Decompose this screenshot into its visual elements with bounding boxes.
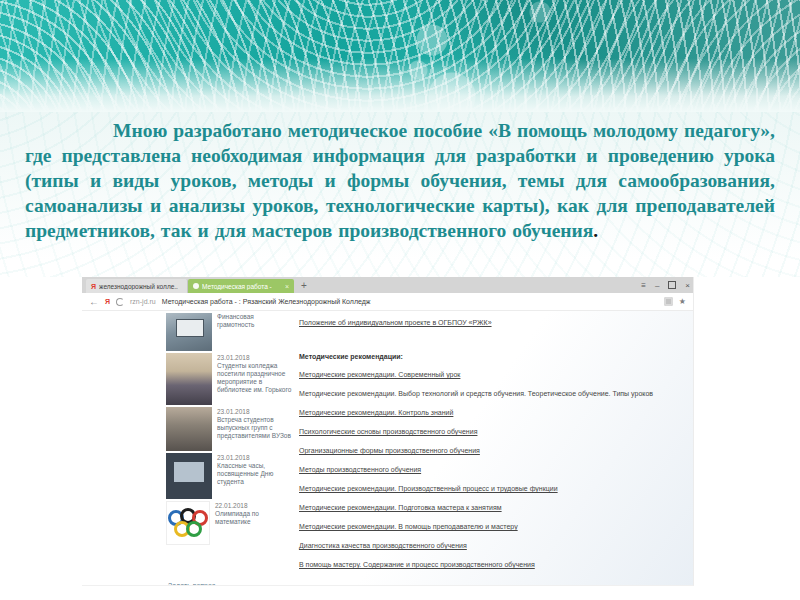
news-thumbnail-audience (166, 353, 212, 405)
methodical-links-column: Положение об индивидуальном проекте в ОГ… (292, 311, 693, 585)
news-thumbnail-screen (166, 453, 212, 499)
url-page-title: Методическая работа - : Рязанский Железн… (162, 298, 371, 305)
link-individual-project[interactable]: Положение об индивидуальном проекте в ОГ… (299, 319, 683, 327)
refresh-icon[interactable] (116, 298, 124, 306)
slide-paragraph-period: . (593, 220, 598, 241)
browser-address-bar[interactable]: ← Я rzn-jd.ru Методическая работа - : Ря… (82, 293, 693, 311)
news-item-olympiad[interactable]: 22.01.2018 Олимпиада по математике (166, 501, 292, 526)
news-item-class-hours[interactable]: 23.01.2018 Классные часы, посвященные Дн… (166, 453, 292, 486)
collections-icon[interactable] (664, 297, 673, 306)
minimize-button[interactable]: – (655, 281, 659, 290)
olympic-rings-thumbnail (166, 501, 210, 545)
slide-text-zone: Мною разработано методическое пособие «В… (0, 112, 800, 277)
link-master-preparation[interactable]: Методические рекомендации. Подготовка ма… (299, 504, 683, 512)
browser-tab-strip: Я железнодорожный колле.. Методическая р… (82, 277, 693, 293)
link-help-master-content[interactable]: В помощь мастеру. Содержание и процесс п… (299, 561, 683, 569)
link-modern-lesson[interactable]: Методические рекомендации. Современный у… (299, 371, 683, 379)
news-item-vuz-meeting[interactable]: 23.01.2018 Встреча студентов выпускных г… (166, 407, 292, 440)
window-controls: ≡ – × (641, 277, 693, 293)
link-knowledge-control[interactable]: Методические рекомендации. Контроль знан… (299, 409, 683, 417)
yandex-icon[interactable]: Я (105, 298, 110, 305)
decorative-wave-banner (0, 0, 800, 112)
address-bar-actions: ★ (664, 297, 686, 306)
link-org-forms[interactable]: Организационные формы производственного … (299, 447, 683, 455)
news-sidebar: Финансовая грамотность 23.01.2018 Студен… (166, 311, 292, 585)
link-psych-basics[interactable]: Психологические основы производственного… (299, 428, 683, 436)
webpage-content: Финансовая грамотность 23.01.2018 Студен… (82, 311, 693, 585)
news-item-library[interactable]: 23.01.2018 Студенты колледжа посетили пр… (166, 353, 292, 394)
link-training-methods[interactable]: Методы производственного обучения (299, 466, 683, 474)
url-domain[interactable]: rzn-jd.ru (130, 298, 156, 305)
section-header-recommendations: Методические рекомендации: (299, 353, 683, 361)
olympic-ring-green (186, 521, 202, 537)
presentation-slide: Мною разработано методическое пособие «В… (0, 0, 800, 600)
tab-label: железнодорожный колле.. (99, 283, 178, 290)
slide-paragraph: Мною разработано методическое пособие «В… (0, 112, 800, 243)
tab-method-work-active[interactable]: Методическая работа - × (188, 279, 294, 293)
tab-list-menu-icon[interactable]: ≡ (641, 281, 646, 290)
yandex-favicon-icon: Я (91, 283, 96, 290)
link-quality-diagnostics[interactable]: Диагностика качества производственного о… (299, 542, 683, 550)
back-icon[interactable]: ← (89, 297, 99, 307)
bookmark-star-icon[interactable]: ★ (679, 297, 686, 306)
news-item-finance[interactable]: Финансовая грамотность (166, 313, 292, 329)
tab-college-site[interactable]: Я железнодорожный колле.. (86, 279, 188, 293)
link-help-teacher-master[interactable]: Методические рекомендации. В помощь преп… (299, 523, 683, 531)
news-thumbnail-crowd (166, 407, 212, 451)
browser-window: Я железнодорожный колле.. Методическая р… (82, 277, 694, 586)
close-window-button[interactable]: × (685, 281, 690, 290)
ask-question-link[interactable]: Задать вопрос (168, 582, 215, 585)
restore-window-button[interactable] (668, 281, 676, 289)
slide-paragraph-text: Мною разработано методическое пособие «В… (25, 120, 775, 241)
tab-close-icon[interactable]: × (285, 283, 289, 290)
new-tab-button[interactable]: + (294, 279, 314, 293)
link-production-process[interactable]: Методические рекомендации. Производствен… (299, 485, 683, 493)
tab-label: Методическая работа - (202, 283, 272, 290)
site-favicon-icon (193, 283, 199, 289)
news-thumbnail-classroom (166, 313, 212, 351)
link-tech-choice[interactable]: Методические рекомендации. Выбор техноло… (299, 390, 683, 398)
